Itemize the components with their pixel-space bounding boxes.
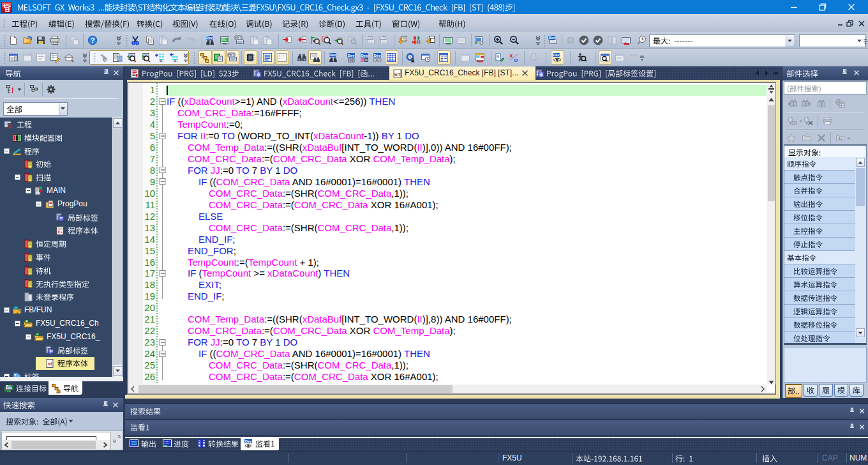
svg-text:Dev: Dev (245, 439, 252, 443)
svg-text:Dev: Dev (548, 36, 555, 40)
svg-text:ST: ST (394, 72, 400, 77)
svg-text:st: st (47, 361, 52, 367)
svg-text:#-: #- (160, 59, 164, 63)
svg-text:Dev: Dev (329, 53, 336, 57)
svg-text:HKY: HKY (228, 53, 235, 57)
svg-text:?: ? (91, 36, 95, 44)
svg-text:Dev: Dev (347, 54, 355, 57)
svg-text:Dev: Dev (553, 53, 560, 57)
svg-text:Dev: Dev (361, 54, 368, 57)
svg-text:#-: #- (174, 59, 178, 63)
svg-text:O: O (514, 57, 518, 63)
svg-text:Dev: Dev (206, 36, 213, 40)
svg-text:Dev: Dev (373, 54, 381, 57)
svg-text:HKY: HKY (235, 36, 242, 40)
svg-text:Dev: Dev (366, 36, 373, 40)
svg-text:Dev: Dev (379, 36, 386, 40)
